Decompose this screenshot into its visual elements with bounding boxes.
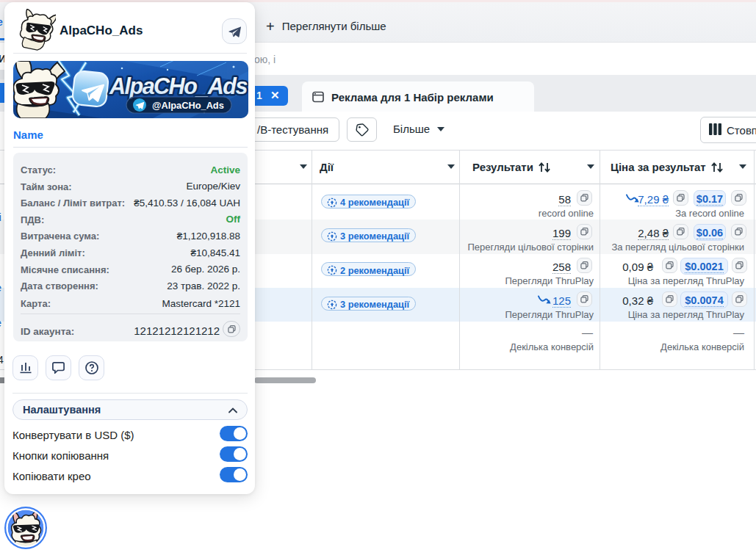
- svg-text:AlpaCHo_Ads: AlpaCHo_Ads: [109, 73, 247, 99]
- svg-text:@AlpaCHo_Ads: @AlpaCHo_Ads: [152, 100, 224, 111]
